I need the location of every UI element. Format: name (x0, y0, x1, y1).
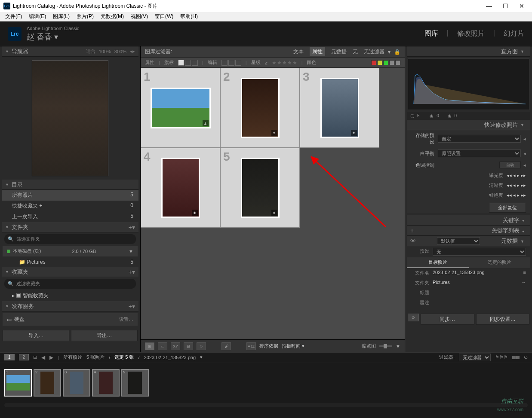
color-yellow[interactable] (377, 60, 382, 65)
menu-library[interactable]: 图库(L) (49, 13, 73, 20)
sync-toggle[interactable]: ⊙ (408, 314, 419, 321)
nav-back[interactable]: ◀ (41, 354, 45, 360)
flag-pick[interactable] (178, 60, 184, 66)
edit-1[interactable] (221, 60, 228, 66)
rating-operator[interactable]: ≥ (265, 60, 268, 65)
sort-value[interactable]: 拍摄时间 ▾ (282, 343, 304, 349)
publish-add[interactable]: +▾ (129, 303, 135, 310)
flag-unflagged[interactable] (185, 60, 191, 66)
grid-cell-5[interactable]: 5 ± (220, 148, 300, 228)
film-cell-5[interactable]: 5 (121, 369, 149, 397)
filmstrip-filter-select[interactable]: 无过滤器 (459, 354, 491, 361)
target-photo-tab[interactable]: 目标照片 (407, 257, 469, 268)
exposure-dec2[interactable]: ◂◂ (507, 173, 512, 178)
keywords-header[interactable]: 关键字◂ (407, 215, 530, 226)
disclosure-icon[interactable]: ◂ (523, 151, 526, 156)
clarity-dec2[interactable]: ◂◂ (507, 183, 512, 188)
menu-file[interactable]: 文件(F) (2, 13, 25, 20)
navigator-header[interactable]: ▼ 导航器 适合 100% 300% ◂▸ (2, 46, 138, 57)
vibrance-dec2[interactable]: ◂◂ (507, 192, 512, 198)
publish-setup[interactable]: 设置… (119, 316, 133, 323)
folders-add[interactable]: +▾ (129, 224, 135, 231)
menu-view[interactable]: 视图(V) (127, 13, 151, 20)
edit-3[interactable] (235, 60, 241, 66)
collections-search[interactable]: 🔍 过滤收藏夹 (4, 279, 136, 289)
vibrance-dec[interactable]: ◂ (513, 192, 516, 198)
nav-zoom-dropdown[interactable]: ◂▸ (130, 49, 135, 54)
menu-photo[interactable]: 照片(P) (73, 13, 97, 20)
film-cell-4[interactable]: 4 (92, 369, 120, 397)
smart-collections[interactable]: ▸ ▣ 智能收藏夹 (2, 290, 138, 301)
vibrance-inc2[interactable]: ▸▸ (521, 192, 526, 198)
user-name[interactable]: 赵 香香 ▾ (27, 32, 79, 42)
module-slideshow[interactable]: 幻灯片 (504, 29, 524, 38)
nav-zoom-300[interactable]: 300% (114, 49, 126, 54)
keywordlist-add[interactable]: + (410, 227, 414, 234)
star-2[interactable]: ★ (277, 60, 282, 66)
nav-fit[interactable]: 适合 (86, 48, 95, 55)
star-1[interactable]: ★ (272, 60, 277, 66)
edit-2[interactable] (228, 60, 234, 66)
compare-view-icon[interactable]: XY (171, 342, 180, 350)
film-cell-3[interactable]: 3 (63, 369, 90, 397)
film-cell-1[interactable]: 1 (4, 369, 32, 397)
title-field[interactable] (433, 290, 526, 296)
goto-icon[interactable]: → (521, 280, 526, 286)
grid-view-icon[interactable]: ⊞ (145, 342, 154, 350)
caption-field[interactable] (433, 299, 526, 306)
metadata-view-select[interactable]: 默认值 (437, 237, 480, 245)
filter-attr-tab[interactable]: 属性 (310, 47, 325, 56)
catalog-all-photos[interactable]: 所有照片5 (2, 190, 138, 201)
toolbar-menu-icon[interactable]: ▼ (396, 344, 400, 349)
auto-tone-button[interactable]: 自动 (499, 162, 521, 168)
lock-icon[interactable]: 🔒 (394, 49, 400, 55)
nav-zoom-100[interactable]: 100% (99, 49, 111, 54)
color-green[interactable] (383, 60, 388, 65)
filter-none-tab[interactable]: 无 (353, 48, 358, 55)
menu-help[interactable]: 帮助(H) (177, 13, 201, 20)
keywordlist-header[interactable]: + 关键字列表◂ (407, 226, 530, 236)
nav-forward[interactable]: ▶ (49, 354, 53, 360)
eye-icon[interactable]: 👁 (410, 238, 416, 244)
filter-preset[interactable]: 无过滤器 (364, 48, 384, 55)
preset-select[interactable]: 自定 (438, 135, 521, 143)
metadata-preset-select[interactable]: 无 (433, 248, 526, 256)
catalog-previous-import[interactable]: 上一次导入5 (2, 211, 138, 222)
menu-window[interactable]: 窗口(W) (151, 13, 177, 20)
exposure-dec[interactable]: ◂ (513, 173, 516, 178)
publish-harddrive[interactable]: ▭ 硬盘 设置… (3, 313, 138, 326)
disclosure-icon[interactable]: ◂ (523, 136, 526, 142)
color-blue[interactable] (389, 60, 394, 65)
sort-direction-icon[interactable]: A↕Z (246, 342, 256, 350)
people-view-icon[interactable]: ☺ (197, 342, 206, 350)
collections-header[interactable]: ▼收藏夹 +▾ (2, 267, 138, 277)
primary-display[interactable]: 1 (4, 354, 15, 360)
flag-reject[interactable] (192, 60, 198, 66)
module-library[interactable]: 图库 (424, 29, 438, 38)
filter-text-tab[interactable]: 文本 (293, 48, 304, 55)
folder-disk[interactable]: 本地磁盘 (C:) 2.0 / 70 GB ▼ (3, 246, 138, 256)
import-button[interactable]: 导入… (3, 330, 69, 341)
reset-all-button[interactable]: 全部复位 (489, 203, 526, 213)
maximize-button[interactable]: ☐ (503, 3, 508, 9)
survey-view-icon[interactable]: ⊟ (184, 342, 193, 350)
star-4[interactable]: ★ (287, 60, 292, 66)
quickdev-header[interactable]: 快速修改照片▼ (407, 120, 530, 130)
color-red[interactable] (371, 60, 376, 65)
clarity-inc2[interactable]: ▸▸ (521, 183, 526, 188)
exposure-inc[interactable]: ▸ (517, 173, 520, 178)
star-3[interactable]: ★ (282, 60, 287, 66)
grid-cell-3[interactable]: 3 ± (300, 68, 379, 148)
selected-photos-tab[interactable]: 选定的照片 (469, 257, 531, 268)
exposure-inc2[interactable]: ▸▸ (521, 173, 526, 178)
action-icon[interactable]: ≡ (523, 270, 526, 276)
grid-cell-4[interactable]: 4 ± (141, 148, 220, 228)
collections-add[interactable]: +▾ (129, 268, 135, 275)
menu-metadata[interactable]: 元数据(M) (97, 13, 127, 20)
grid-toggle-icon[interactable]: ⊞ (33, 354, 37, 360)
module-develop[interactable]: 修改照片 (457, 29, 485, 38)
publish-header[interactable]: ▼发布服务 +▾ (2, 301, 138, 311)
wb-select[interactable]: 原照设置 (438, 150, 521, 157)
metadata-header[interactable]: 👁 默认值 元数据▼ (407, 236, 530, 246)
painter-icon[interactable]: 🖌 (221, 342, 231, 350)
